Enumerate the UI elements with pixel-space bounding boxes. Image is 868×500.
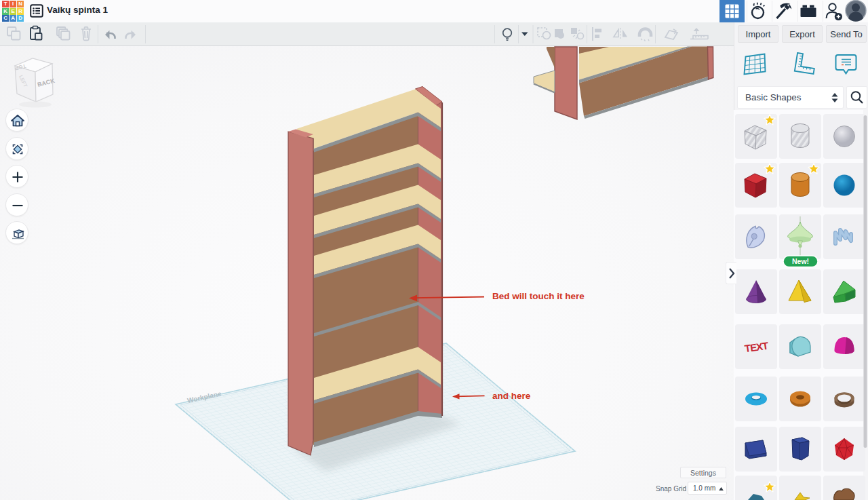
svg-text:Bed will touch it here: Bed will touch it here bbox=[492, 291, 585, 301]
svg-text:New!: New! bbox=[792, 257, 809, 265]
svg-text:and here: and here bbox=[492, 391, 531, 401]
